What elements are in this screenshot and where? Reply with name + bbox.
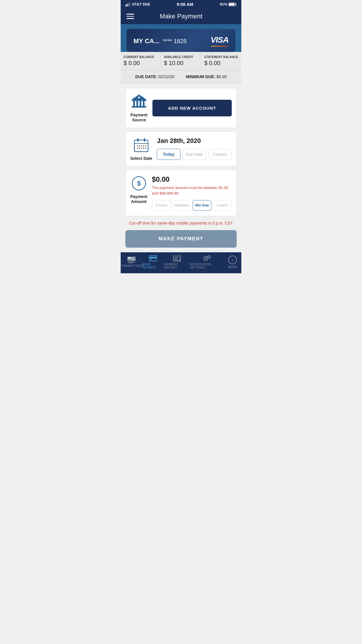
svg-point-24: [137, 148, 138, 149]
svg-rect-32: [128, 257, 131, 258]
svg-rect-7: [132, 99, 146, 101]
payment-history-icon: $: [173, 255, 181, 262]
amount-option-current[interactable]: Current: [152, 200, 171, 211]
card-number: **** 1825: [163, 38, 187, 44]
balance-statement-label: STATEMENT BALANCE: [204, 55, 238, 59]
date-options: Today Due Date Custom: [157, 149, 232, 160]
minimum-due-item: MINIMUM DUE: $0.00: [186, 74, 227, 79]
nav-more[interactable]: › MORE: [224, 256, 241, 269]
balance-statement-value: $ 0.00: [204, 60, 238, 66]
balance-statement: STATEMENT BALANCE $ 0.00: [201, 52, 241, 70]
make-payment-icon: [149, 255, 157, 262]
balance-available: AVAILABLE CREDIT $ 10.00: [161, 52, 201, 70]
svg-point-28: [145, 148, 146, 149]
svg-rect-16: [137, 138, 138, 142]
nav-make-payment-label: MAKE PAYMENT: [142, 263, 164, 269]
svg-rect-11: [143, 101, 145, 106]
calendar-icon: [133, 137, 149, 154]
payment-source-label: PaymentSource: [131, 113, 147, 123]
svg-rect-17: [144, 138, 145, 142]
svg-rect-41: [174, 258, 178, 259]
balance-bar: CURRENT BALANCE $ 0.00 AVAILABLE CREDIT …: [121, 52, 241, 70]
page-title: Make Payment: [140, 13, 222, 20]
svg-rect-3: [129, 2, 130, 6]
amount-option-custom[interactable]: Custom: [213, 200, 232, 211]
more-circle: ›: [228, 256, 237, 264]
svg-rect-5: [236, 4, 236, 5]
signal-icon: [125, 2, 131, 6]
due-bar: DUE DATE: 02/12/20 MINIMUM DUE: $0.00: [121, 70, 241, 83]
svg-rect-38: [150, 259, 152, 260]
nav-payment-history-label: PAYMENT HISTORY: [164, 263, 190, 269]
svg-rect-12: [132, 106, 146, 108]
svg-rect-10: [140, 101, 141, 106]
balance-current: CURRENT BALANCE $ 0.00: [121, 52, 161, 70]
card-network: VISA: [211, 35, 229, 47]
svg-point-25: [139, 148, 140, 149]
balance-current-value: $ 0.00: [124, 60, 158, 66]
svg-text:$: $: [137, 180, 140, 187]
card-display: MY CA... **** 1825 VISA: [126, 29, 236, 52]
payment-amount-value: $0.00: [152, 175, 232, 183]
due-date-item: DUE DATE: 02/12/20: [135, 74, 174, 79]
carrier-label: AT&T 5GE: [132, 2, 150, 6]
nav-notification-settings[interactable]: NOTIFICATION SETTINGS: [190, 255, 224, 269]
payment-amount-warning: The payment amount must be between $1.00…: [152, 185, 232, 196]
svg-point-21: [141, 145, 142, 146]
transactions-icon: [127, 257, 136, 263]
balance-current-label: CURRENT BALANCE: [124, 55, 158, 59]
nav-notification-settings-label: NOTIFICATION SETTINGS: [190, 263, 224, 269]
amount-option-min-due[interactable]: Min Due: [193, 200, 211, 211]
dollar-icon: $: [131, 175, 147, 192]
visa-stripe: [211, 46, 228, 47]
status-time: 9:08 AM: [177, 2, 193, 7]
card-name: MY CA...: [133, 37, 159, 45]
svg-rect-42: [174, 260, 179, 260]
cutoff-notice: Cut-off time for same-day mobile payment…: [125, 220, 237, 227]
svg-rect-6: [229, 3, 234, 5]
svg-point-19: [137, 145, 138, 146]
battery-percent: 91%: [220, 2, 227, 6]
svg-rect-37: [149, 257, 157, 258]
svg-point-26: [141, 148, 142, 149]
status-bar: AT&T 5GE 9:08 AM 91%: [121, 0, 241, 8]
svg-point-45: [205, 258, 206, 259]
bank-icon: [130, 94, 148, 111]
bottom-nav: TRANSACTIONS MAKE PAYMENT $ PAYMENT HIST…: [121, 252, 241, 273]
payment-source-card: PaymentSource ADD NEW ACCOUNT: [125, 88, 237, 128]
svg-rect-8: [133, 101, 135, 106]
nav-transactions[interactable]: TRANSACTIONS: [121, 257, 142, 267]
amount-option-statement[interactable]: Statemen: [172, 200, 191, 211]
svg-point-14: [138, 97, 140, 98]
svg-rect-33: [132, 260, 135, 260]
nav-payment-history[interactable]: $ PAYMENT HISTORY: [164, 255, 190, 269]
selected-date-value: Jan 28th, 2020: [157, 137, 232, 145]
date-option-due-date[interactable]: Due Date: [183, 149, 206, 160]
select-date-label: Select Date: [130, 156, 152, 161]
nav-make-payment[interactable]: MAKE PAYMENT: [142, 255, 164, 269]
svg-rect-40: [174, 257, 180, 257]
svg-rect-0: [125, 5, 126, 6]
notification-settings-icon: [203, 255, 211, 262]
visa-logo: VISA: [211, 35, 229, 45]
make-payment-button[interactable]: MAKE PAYMENT: [125, 230, 237, 248]
add-account-button[interactable]: ADD NEW ACCOUNT: [152, 100, 232, 116]
svg-rect-9: [136, 101, 138, 106]
date-option-today[interactable]: Today: [157, 149, 180, 160]
svg-rect-1: [127, 4, 128, 6]
main-content: PaymentSource ADD NEW ACCOUNT: [121, 83, 241, 252]
header: Make Payment: [121, 8, 241, 24]
svg-text:$: $: [179, 259, 181, 262]
card-section: MY CA... **** 1825 VISA: [121, 24, 241, 52]
amount-options: Current Statemen Min Due Custom: [152, 200, 232, 211]
menu-button[interactable]: [126, 14, 134, 19]
balance-available-label: AVAILABLE CREDIT: [164, 55, 198, 59]
svg-point-22: [143, 145, 144, 146]
date-option-custom[interactable]: Custom: [208, 149, 232, 160]
svg-rect-2: [128, 3, 129, 6]
svg-point-23: [145, 145, 146, 146]
status-right: 91%: [220, 2, 237, 6]
select-date-card: Select Date Jan 28th, 2020 Today Due Dat…: [125, 132, 237, 167]
nav-more-label: MORE: [228, 265, 237, 269]
nav-transactions-label: TRANSACTIONS: [121, 264, 143, 267]
